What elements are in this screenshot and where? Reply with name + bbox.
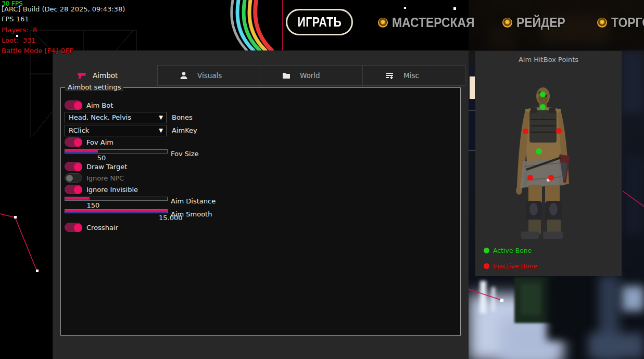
- aim-hitbox-title: Aim HitBox Points: [475, 56, 622, 63]
- menu-item-trade[interactable]: ТОРГО: [597, 15, 644, 30]
- aimbot-settings-title: Aimbot settings: [65, 83, 123, 91]
- hitbox-point-right-thigh: [548, 175, 554, 181]
- hud-players: Players: 8: [2, 26, 37, 34]
- bones-dropdown-value: Head, Neck, Pelvis: [69, 113, 131, 121]
- fov-aim-toggle[interactable]: [65, 137, 82, 147]
- pistol-icon: [77, 72, 86, 80]
- coin-icon: [378, 18, 388, 28]
- esp-marker-dot: [500, 299, 503, 302]
- aim-distance-value: 150: [82, 201, 105, 209]
- bones-label: Bones: [172, 113, 193, 121]
- aimkey-dropdown[interactable]: RClick ▼: [65, 125, 167, 136]
- fov-size-slider[interactable]: [65, 149, 168, 153]
- folder-icon: [282, 72, 291, 79]
- hud-overlay: 30 FPS [ARC] Build (Dec 28 2025, 09:43:3…: [2, 0, 10, 62]
- menu-item-workshop[interactable]: МАСТЕРСКАЯ: [378, 15, 486, 30]
- slider-fill: [65, 150, 98, 153]
- play-button[interactable]: ИГРАТЬ: [286, 9, 353, 35]
- draw-target-toggle[interactable]: [65, 162, 82, 171]
- menu-item-label: РЕЙДЕР: [516, 15, 565, 31]
- inactive-bone-dot-icon: [484, 263, 489, 269]
- aimkey-label: AimKey: [172, 126, 197, 134]
- player-model: [482, 83, 617, 239]
- esp-marker-dot: [36, 270, 39, 272]
- chevron-down-icon: ▼: [159, 128, 163, 133]
- esp-marker-dot: [14, 216, 17, 219]
- hud-battle-mode: Battle Mode [F4] OFF: [2, 47, 73, 55]
- hitbox-point-left-thigh: [527, 175, 533, 181]
- ignore-npc-label: Ignore NPC: [86, 174, 124, 182]
- hud-loot: Loot: 331: [2, 36, 35, 44]
- slider-fill: [65, 197, 90, 200]
- tab-visuals[interactable]: Visuals: [157, 65, 260, 86]
- person-icon: [180, 71, 188, 80]
- slider-fill: [65, 210, 167, 213]
- tab-label: Visuals: [197, 71, 222, 80]
- toggle-knob: [66, 175, 73, 182]
- tab-world[interactable]: World: [260, 65, 363, 86]
- active-bone-dot-icon: [484, 248, 489, 253]
- esp-marker-dot: [404, 7, 406, 9]
- crosshair-label: Crosshair: [86, 224, 118, 232]
- legend-active-bone: Active Bone: [484, 247, 532, 254]
- ignore-invisible-label: Ignore Invisible: [86, 186, 138, 194]
- tab-label: Misc: [403, 71, 419, 80]
- legend-inactive-bone: Inactive Bone: [484, 262, 537, 270]
- toggle-knob: [74, 101, 82, 110]
- aimkey-dropdown-value: RClick: [69, 126, 89, 134]
- esp-marker-dot: [453, 7, 456, 10]
- bones-dropdown[interactable]: Head, Neck, Pelvis ▼: [65, 112, 167, 123]
- crosshair-toggle[interactable]: [65, 223, 82, 232]
- aim-distance-slider[interactable]: [65, 197, 168, 201]
- fov-size-value: 50: [90, 154, 113, 162]
- aim-smooth-slider[interactable]: [65, 209, 168, 213]
- hitbox-point-head: [540, 92, 546, 97]
- hud-fps: FPS 161: [2, 15, 29, 23]
- menu-item-label: ТОРГО: [611, 15, 644, 31]
- chevron-down-icon: ▼: [159, 115, 163, 120]
- hitbox-point-right-shoulder: [556, 128, 562, 134]
- hud-build-info: [ARC] Build (Dec 28 2025, 09:43:38): [2, 5, 125, 13]
- aim-distance-label: Aim Distance: [171, 197, 216, 205]
- coin-icon: [502, 18, 512, 28]
- legend-label: Inactive Bone: [493, 262, 537, 270]
- legend-label: Active Bone: [493, 247, 532, 254]
- tab-label: Aimbot: [93, 71, 118, 80]
- tab-label: World: [300, 71, 320, 80]
- menu-item-raider[interactable]: РЕЙДЕР: [502, 15, 572, 30]
- fov-size-label: Fov Size: [171, 150, 198, 158]
- playlist-add-icon: [385, 71, 394, 80]
- aim-smooth-label: Aim Smooth: [171, 210, 212, 218]
- fov-aim-label: Fov Aim: [86, 138, 113, 146]
- aim-bot-toggle[interactable]: [65, 100, 82, 110]
- hitbox-point-left-shoulder: [523, 129, 528, 134]
- game-screen: 30 FPS [ARC] Build (Dec 28 2025, 09:43:3…: [0, 0, 644, 359]
- menu-item-label: МАСТЕРСКАЯ: [392, 15, 474, 31]
- toggle-knob: [74, 138, 82, 147]
- tab-misc[interactable]: Misc: [362, 65, 465, 86]
- toggle-knob: [74, 224, 82, 232]
- toggle-knob: [74, 186, 82, 194]
- coin-icon: [597, 18, 607, 28]
- play-button-label: ИГРАТЬ: [297, 15, 342, 30]
- draw-target-label: Draw Target: [86, 163, 127, 171]
- aim-bot-label: Aim Bot: [86, 101, 113, 109]
- toggle-knob: [74, 163, 82, 171]
- ignore-invisible-toggle[interactable]: [65, 185, 82, 194]
- tab-aimbot[interactable]: Aimbot: [77, 65, 118, 86]
- ignore-npc-toggle[interactable]: [65, 173, 82, 183]
- hitbox-point-neck: [540, 104, 546, 110]
- hitbox-point-pelvis: [536, 148, 542, 155]
